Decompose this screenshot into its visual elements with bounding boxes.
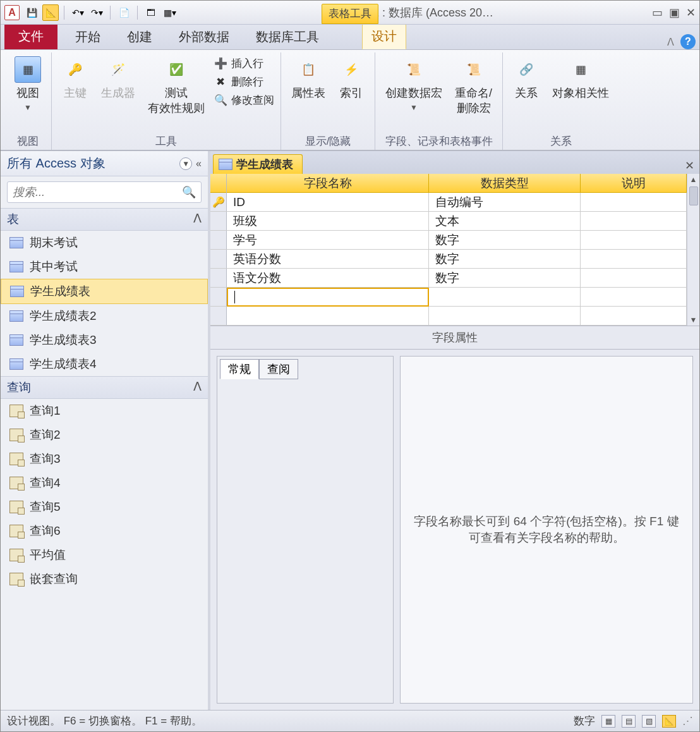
tab-external-data[interactable]: 外部数据 [170,25,238,49]
search-input[interactable] [13,186,182,199]
close-icon[interactable]: ✕ [686,6,696,20]
row-selector[interactable] [210,288,227,307]
col-data-type[interactable]: 数据类型 [429,174,581,192]
nav-item-query[interactable]: 查询2 [1,423,208,447]
scrollbar-thumb[interactable] [689,186,698,205]
nav-item-table[interactable]: 学生成绩表2 [1,304,208,328]
redo-icon[interactable]: ↷▾ [88,4,105,21]
cell-description[interactable] [581,269,687,288]
field-row[interactable]: 英语分数数字 [227,250,687,269]
row-selector[interactable] [210,269,227,288]
row-selector[interactable]: 🔑 [210,193,227,212]
cell-data-type[interactable]: 数字 [429,250,581,269]
cell-field-name[interactable] [227,307,429,326]
qat-button[interactable]: 📐 [42,4,59,21]
cell-field-name[interactable] [227,288,429,307]
tab-lookup[interactable]: 查阅 [259,359,298,379]
nav-header[interactable]: 所有 Access 对象 ▼ « [1,151,208,176]
undo-icon[interactable]: ↶▾ [69,4,86,21]
col-field-name[interactable]: 字段名称 [227,174,429,192]
builder-button[interactable]: 🪄 生成器 [97,54,139,103]
cell-data-type[interactable]: 文本 [429,212,581,231]
field-row[interactable]: 语文分数数字 [227,269,687,288]
view-pivot-icon[interactable]: ▤ [622,715,636,728]
qat-button[interactable]: ▦▾ [162,4,178,21]
create-data-macro-button[interactable]: 📜 创建数据宏 ▼ [382,54,446,114]
minimize-ribbon-icon[interactable]: ᐱ [667,36,674,48]
nav-item-query[interactable]: 平均值 [1,543,208,567]
insert-rows-button[interactable]: ➕插入行 [214,56,274,71]
cell-description[interactable] [581,212,687,231]
col-description[interactable]: 说明 [581,174,687,192]
primary-key-button[interactable]: 🔑 主键 [58,54,92,103]
tab-create[interactable]: 创建 [118,25,161,49]
field-row[interactable]: 班级文本 [227,212,687,231]
delete-rows-button[interactable]: ✖删除行 [214,75,274,89]
cell-description[interactable] [581,307,687,326]
cell-field-name[interactable]: 语文分数 [227,269,429,288]
rename-delete-macro-button[interactable]: 📜 重命名/ 删除宏 [451,54,496,118]
tab-home[interactable]: 开始 [66,25,109,49]
field-row-empty[interactable] [227,307,687,326]
qat-button[interactable]: 🗔 [143,4,159,21]
cell-data-type[interactable]: 数字 [429,231,581,250]
nav-item-query[interactable]: 查询5 [1,495,208,519]
cell-field-name[interactable]: 英语分数 [227,250,429,269]
cell-data-type[interactable]: 自动编号 [429,193,581,212]
document-tab[interactable]: 学生成绩表 [213,154,303,174]
cell-description[interactable] [581,231,687,250]
nav-item-table[interactable]: 期末考试 [1,231,208,255]
cell-description[interactable] [581,250,687,269]
nav-item-query[interactable]: 查询3 [1,447,208,471]
tab-db-tools[interactable]: 数据库工具 [247,25,328,49]
close-document-icon[interactable]: ✕ [680,157,699,174]
tab-general[interactable]: 常规 [220,359,259,379]
nav-item-query[interactable]: 查询1 [1,399,208,423]
relationships-button[interactable]: 🔗 关系 [509,54,543,103]
minimize-icon[interactable]: ▭ [652,6,663,20]
nav-item-query[interactable]: 查询6 [1,519,208,543]
nav-item-query[interactable]: 嵌套查询 [1,567,208,591]
cell-description[interactable] [581,193,687,212]
view-datasheet-icon[interactable]: ▦ [601,715,615,728]
cell-field-name[interactable]: 班级 [227,212,429,231]
test-rules-button[interactable]: ✅ 测试 有效性规则 [144,54,208,118]
row-selector[interactable] [210,231,227,250]
grid-body[interactable]: ID自动编号班级文本学号数字英语分数数字语文分数数字 [227,193,687,326]
view-button[interactable]: ▦ 视图 ▼ [11,54,45,114]
field-row[interactable]: 学号数字 [227,231,687,250]
nav-item-table[interactable]: 学生成绩表 [1,279,208,304]
nav-group-queries[interactable]: 查询 ᐱ [1,376,208,399]
indexes-button[interactable]: ⚡ 索引 [334,54,368,103]
nav-item-query[interactable]: 查询4 [1,471,208,495]
tab-file[interactable]: 文件 [4,23,57,49]
nav-filter-icon[interactable]: ▼ [179,157,192,170]
scroll-up-icon[interactable]: ▲ [689,174,699,185]
vertical-scrollbar[interactable]: ▲ ▼ [687,174,699,326]
row-selector[interactable] [210,307,227,326]
search-box[interactable]: 🔍 [7,181,202,203]
cell-field-name[interactable]: ID [227,193,429,212]
cell-data-type[interactable] [429,307,581,326]
scroll-down-icon[interactable]: ▼ [689,314,699,326]
property-sheet-button[interactable]: 📋 属性表 [287,54,329,103]
maximize-icon[interactable]: ▣ [669,6,680,20]
cell-data-type[interactable] [429,288,581,307]
field-row[interactable]: ID自动编号 [227,193,687,212]
field-row-new[interactable] [227,288,687,307]
modify-lookups-button[interactable]: 🔍修改查阅 [214,93,274,107]
qat-button[interactable]: 📄 [116,4,132,21]
nav-item-table[interactable]: 学生成绩表3 [1,328,208,352]
cell-data-type[interactable]: 数字 [429,269,581,288]
search-icon[interactable]: 🔍 [182,185,196,199]
cell-field-name[interactable]: 学号 [227,231,429,250]
nav-item-table[interactable]: 学生成绩表4 [1,352,208,376]
view-design-icon[interactable]: 📐 [662,715,676,728]
save-icon[interactable]: 💾 [23,4,40,21]
view-chart-icon[interactable]: ▧ [642,715,656,728]
row-selector[interactable] [210,212,227,231]
collapse-pane-icon[interactable]: « [196,158,202,169]
nav-group-tables[interactable]: 表 ᐱ [1,208,208,231]
cell-description[interactable] [581,288,687,307]
resize-grip-icon[interactable]: ⋰ [682,714,693,728]
